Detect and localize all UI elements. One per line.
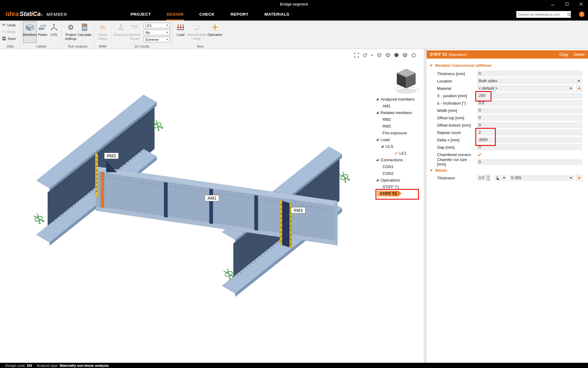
expander-icon[interactable] (376, 138, 379, 141)
tree-item-fire-exposure[interactable]: Fire exposure (376, 129, 423, 136)
weld-material-dropdown[interactable]: S 355 (509, 175, 574, 181)
design-code-status: Design code:EN (5, 364, 32, 367)
operation-button[interactable]: Operation (207, 21, 223, 43)
weld-thickness-field[interactable]: 0.0 (477, 175, 485, 181)
search-input[interactable] (516, 13, 567, 16)
zoom-extents-icon[interactable] (354, 52, 359, 58)
calculate-button[interactable]: Calculate (77, 21, 92, 43)
load-symbol (339, 172, 349, 182)
tree-item-stiff-t2[interactable]: STIFF T2 (376, 190, 423, 197)
gap-field[interactable]: 0 (477, 144, 582, 150)
check-icon (394, 151, 398, 155)
extreme-dropdown[interactable]: Extreme (144, 37, 170, 42)
viewport-3d[interactable]: RM2 AM1 RM3 (0, 49, 424, 363)
tree-item-rm3[interactable]: RM3 (376, 123, 423, 129)
intermediate-node-icon (193, 23, 201, 32)
expander-icon[interactable] (376, 111, 379, 114)
undo-button[interactable]: ↶ Undo (2, 22, 16, 28)
member-label-am1[interactable]: AM1 (205, 195, 219, 201)
tab-project[interactable]: PROJECT (130, 8, 152, 21)
lcs-button[interactable]: LCS (49, 21, 59, 43)
chevron-down-icon (578, 80, 580, 82)
help-icon[interactable] (579, 11, 585, 17)
prop-row-location: Location Both sides (437, 77, 582, 85)
member-label-rm3[interactable]: RM3 (291, 207, 305, 213)
view-shaded-icon[interactable] (394, 52, 399, 58)
copy-button[interactable]: Copy (560, 52, 568, 57)
load-case-dropdown[interactable]: LE1 (144, 23, 170, 28)
chamfered-corners-checkbox[interactable] (477, 153, 481, 156)
tree-item-con1[interactable]: CON1 (376, 163, 423, 170)
ribbon-group-run-analysis: ⚙ Project settings Calculate Run analysi… (62, 21, 94, 49)
tree-group-connections[interactable]: Connections (376, 156, 423, 163)
intermediate-node-button: Intermediate node (187, 21, 207, 43)
plates-button[interactable]: Plates (36, 21, 49, 43)
tree-item-stiff-t1[interactable]: STIFF T1 (376, 183, 423, 190)
panel-splitter[interactable] (424, 49, 427, 363)
tree-item-le1[interactable]: LE1 (376, 150, 423, 156)
view-hidden-line-icon[interactable] (385, 52, 391, 58)
tree-item-am1[interactable]: AM1 (376, 102, 423, 109)
tree-group-related-members[interactable]: Related members (376, 109, 423, 116)
tree-group-analyzed-members[interactable]: Analyzed members (376, 96, 423, 102)
navigation-cube[interactable] (394, 69, 419, 94)
view-wireframe-icon[interactable] (376, 52, 382, 58)
x-position-field[interactable]: 250 (477, 93, 582, 99)
model-tree: Analyzed members AM1 Related members RM2… (376, 96, 423, 197)
expander-icon[interactable] (381, 145, 383, 148)
logo-app-name: MEMBER (47, 12, 67, 17)
expander-icon[interactable] (376, 98, 379, 100)
save-icon (2, 36, 6, 41)
3d-scene[interactable]: RM2 AM1 RM3 (0, 49, 424, 363)
view-transparent-icon[interactable] (402, 52, 408, 58)
repeat-count-field[interactable]: 2 (477, 129, 582, 136)
inclination-field[interactable]: 0.0 (477, 100, 582, 106)
minimize-icon[interactable] (546, 0, 560, 8)
maximize-icon[interactable] (560, 0, 574, 8)
tab-check[interactable]: CHECK (199, 8, 215, 21)
stepper-up-icon[interactable] (485, 175, 491, 178)
offset-bottom-field[interactable]: 0 (477, 122, 582, 128)
tree-item-con2[interactable]: CON2 (376, 170, 423, 177)
tree-group-uls[interactable]: ULS (376, 143, 423, 150)
tree-group-load[interactable]: Load (376, 136, 423, 143)
close-icon[interactable] (574, 0, 588, 8)
delta-x-field[interactable]: 3500 (477, 137, 582, 143)
weld-type-dropdown[interactable] (495, 175, 507, 181)
tab-design[interactable]: DESIGN (166, 8, 184, 21)
add-material-button[interactable] (576, 85, 582, 91)
chevron-down-icon[interactable] (370, 52, 374, 58)
tab-report[interactable]: REPORT (230, 8, 249, 21)
location-dropdown[interactable]: Both sides (477, 78, 582, 84)
tab-materials[interactable]: MATERIALS (264, 8, 290, 21)
save-button[interactable]: Save (2, 36, 16, 41)
thickness-field[interactable]: 0 (477, 71, 582, 77)
delete-button[interactable]: Delete (574, 52, 585, 57)
section-welds[interactable]: Welds (430, 168, 447, 173)
project-settings-button[interactable]: ⚙ Project settings (64, 21, 77, 43)
rotate-view-icon[interactable] (362, 52, 368, 58)
stepper-down-icon[interactable] (485, 178, 491, 181)
selected-stiffener[interactable] (101, 172, 104, 208)
load-button[interactable]: Load (175, 21, 187, 43)
home-view-icon[interactable] (411, 52, 417, 58)
main-tabs: PROJECT DESIGN CHECK REPORT MATERIALS (130, 8, 290, 21)
internal-forces-button: Internal forces (128, 21, 141, 43)
add-weld-material-button[interactable] (576, 175, 582, 181)
members-button[interactable]: Members (23, 21, 36, 43)
width-field[interactable]: 0 (477, 107, 582, 113)
expander-icon[interactable] (376, 159, 379, 161)
search-icon[interactable] (567, 13, 571, 17)
section-member-transversal-stiffener[interactable]: Member transversal stiffener (430, 63, 492, 68)
tree-group-operations[interactable]: Operations (376, 177, 423, 183)
member-label-rm2[interactable]: RM2 (104, 153, 119, 159)
expander-icon[interactable] (376, 179, 379, 181)
chamfer-cut-size-field[interactable]: 0 (477, 159, 582, 165)
offset-top-field[interactable]: 0 (477, 115, 582, 121)
prop-row-x-position: X - position [mm] 250 (437, 92, 582, 99)
material-dropdown[interactable]: < default > (477, 85, 574, 91)
group-label-1d-results: 1D results (112, 44, 172, 48)
prop-row-offset-top: Offset top [mm] 0 (437, 114, 582, 121)
tree-item-rm2[interactable]: RM2 (376, 116, 423, 123)
component-dropdown[interactable]: My (144, 30, 170, 35)
